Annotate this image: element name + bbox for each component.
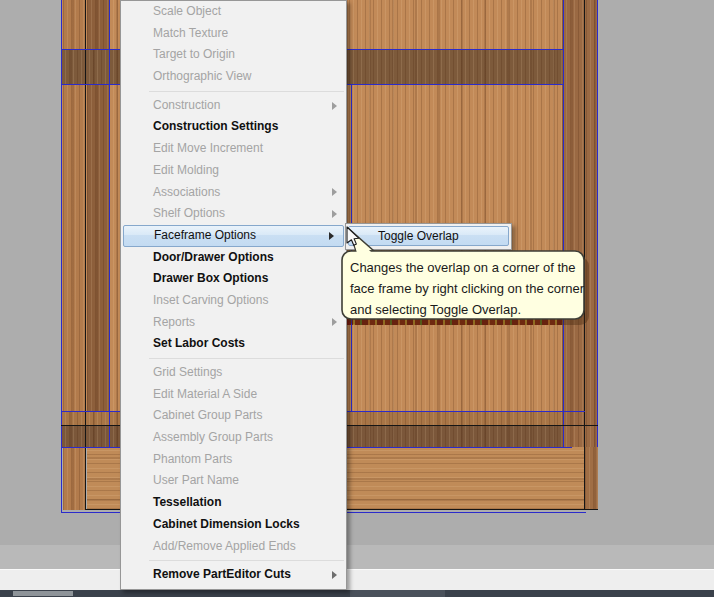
menu-item-label: Target to Origin — [153, 47, 235, 61]
menu-item-cabinet-group-parts: Cabinet Group Parts — [121, 405, 346, 427]
menu-item-label: Construction Settings — [153, 119, 278, 133]
menu-item-label: Reports — [153, 315, 195, 329]
context-menu-items: Scale ObjectMatch TextureTarget to Origi… — [121, 1, 346, 586]
cabinet-left-stile-outer-low — [63, 447, 85, 510]
menu-item-label: Inset Carving Options — [153, 293, 268, 307]
menu-item-construction: Construction — [121, 95, 346, 117]
menu-item-edit-move-increment: Edit Move Increment — [121, 138, 346, 160]
menu-item-scale-object: Scale Object — [121, 1, 346, 23]
menu-item-target-to-origin: Target to Origin — [121, 44, 346, 66]
outline-right — [597, 0, 598, 447]
menu-item-match-texture: Match Texture — [121, 23, 346, 45]
horizontal-scrollbar-thumb[interactable] — [13, 591, 73, 596]
submenu-arrow-icon — [332, 571, 337, 579]
menu-item-label: Shelf Options — [153, 206, 225, 220]
menu-item-cabinet-dimension-locks[interactable]: Cabinet Dimension Locks — [121, 514, 346, 536]
menu-item-label: Remove PartEditor Cuts — [153, 567, 291, 581]
tooltip-line: and selecting Toggle Overlap. — [350, 299, 586, 320]
menu-item-label: Construction — [153, 98, 220, 112]
menu-item-label: Set Labor Costs — [153, 336, 245, 350]
menu-item-door-drawer-options[interactable]: Door/Drawer Options — [121, 247, 346, 269]
menu-item-label: Associations — [153, 185, 220, 199]
menu-item-label: Orthographic View — [153, 69, 252, 83]
cabinet-right-stile-low — [585, 447, 598, 510]
menu-item-label: Match Texture — [153, 26, 228, 40]
menu-item-assembly-group-parts: Assembly Group Parts — [121, 427, 346, 449]
menu-item-label: Scale Object — [153, 4, 221, 18]
tooltip-line: face frame by right clicking on the corn… — [350, 278, 586, 299]
menu-item-reports: Reports — [121, 312, 346, 334]
submenu-arrow-icon — [332, 210, 337, 218]
menu-item-shelf-options: Shelf Options — [121, 203, 346, 225]
menu-item-label: User Part Name — [153, 473, 239, 487]
menu-item-label: Cabinet Group Parts — [153, 408, 262, 422]
menu-item-tessellation[interactable]: Tessellation — [121, 492, 346, 514]
menu-item-orthographic-view: Orthographic View — [121, 66, 346, 88]
menu-item-set-labor-costs[interactable]: Set Labor Costs — [121, 333, 346, 355]
menu-item-label: Assembly Group Parts — [153, 430, 273, 444]
menu-item-inset-carving-options: Inset Carving Options — [121, 290, 346, 312]
menu-item-edit-molding: Edit Molding — [121, 160, 346, 182]
context-menu: Scale ObjectMatch TextureTarget to Origi… — [120, 0, 347, 590]
menu-item-faceframe-options[interactable]: Faceframe Options — [123, 225, 344, 247]
menu-separator — [121, 355, 346, 362]
menu-item-label: Door/Drawer Options — [153, 250, 274, 264]
menu-item-label: Drawer Box Options — [153, 271, 268, 285]
mouse-cursor-icon — [343, 225, 361, 249]
menu-item-label: Tessellation — [153, 495, 221, 509]
menu-item-edit-material-a-side: Edit Material A Side — [121, 384, 346, 406]
viewport-3d[interactable]: Scale ObjectMatch TextureTarget to Origi… — [0, 0, 714, 597]
tooltip-line: Changes the overlap on a corner of the — [350, 257, 586, 278]
tooltip-text: Changes the overlap on a corner of the f… — [350, 257, 586, 320]
menu-item-remove-parteditor-cuts[interactable]: Remove PartEditor Cuts — [121, 564, 346, 586]
menu-item-label: Edit Material A Side — [153, 387, 257, 401]
outline-left-inner — [109, 0, 110, 447]
menu-item-label: Edit Molding — [153, 163, 219, 177]
viewport-bottom-band — [0, 545, 714, 569]
menu-separator — [121, 557, 346, 564]
menu-item-label: Add/Remove Applied Ends — [153, 539, 296, 553]
menu-item-label: Phantom Parts — [153, 452, 232, 466]
menu-item-label: Faceframe Options — [154, 228, 256, 242]
menu-separator — [121, 88, 346, 95]
menu-item-user-part-name: User Part Name — [121, 470, 346, 492]
menu-item-construction-settings[interactable]: Construction Settings — [121, 116, 346, 138]
edge-left-stile — [85, 0, 86, 510]
menu-item-grid-settings: Grid Settings — [121, 362, 346, 384]
menu-item-label: Grid Settings — [153, 365, 222, 379]
menu-item-drawer-box-options[interactable]: Drawer Box Options — [121, 268, 346, 290]
outline-left — [61, 0, 62, 513]
menu-item-label: Edit Move Increment — [153, 141, 263, 155]
menu-item-label: Cabinet Dimension Locks — [153, 517, 300, 531]
submenu-arrow-icon — [332, 102, 337, 110]
menu-item-associations: Associations — [121, 182, 346, 204]
submenu-arrow-icon — [332, 188, 337, 196]
menu-item-add-remove-applied-ends: Add/Remove Applied Ends — [121, 536, 346, 558]
menu-item-phantom-parts: Phantom Parts — [121, 449, 346, 471]
horizontal-scrollbar-page[interactable] — [350, 590, 445, 597]
statusbar — [0, 570, 714, 590]
